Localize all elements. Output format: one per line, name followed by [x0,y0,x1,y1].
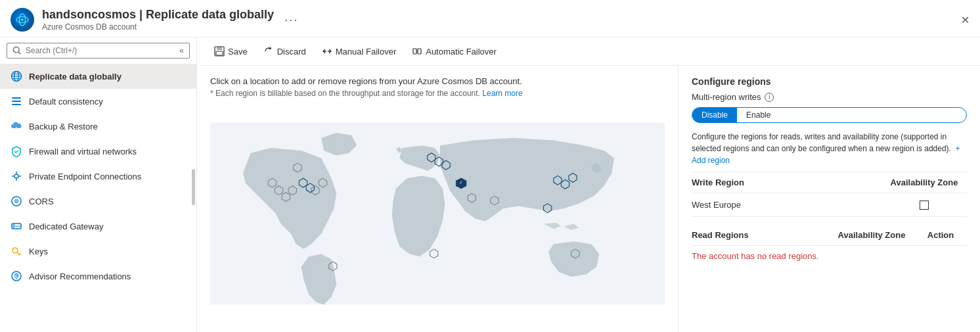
endpoint-icon [11,170,22,182]
svg-rect-12 [12,101,21,102]
sidebar-item-consistency[interactable]: Default consistency [0,89,196,114]
header-title-group: handsoncosmos | Replicate data globally … [42,8,274,32]
more-options-icon[interactable]: ··· [284,13,298,27]
scrollbar-thumb[interactable] [192,169,195,205]
multi-write-label: Multi-region writes [692,92,761,102]
collapse-icon[interactable]: « [179,46,184,55]
sidebar-item-keys-label: Keys [29,247,48,256]
az-checkbox-cell [881,201,967,210]
svg-point-3 [21,18,24,21]
write-region-column-header: Write Region [692,178,881,187]
app-logo [11,8,34,32]
svg-rect-11 [12,97,21,99]
write-regions-table: Write Region Availability Zone West Euro… [692,172,967,217]
automatic-failover-icon [412,46,422,57]
disable-toggle-button[interactable]: Disable [692,108,737,122]
sidebar-item-cors[interactable]: CORS [0,189,196,214]
map-note: * Each region is billable based on the t… [210,89,665,98]
read-az-column-header: Availability Zone [829,230,914,240]
multi-write-row: Multi-region writes i [692,92,967,102]
svg-point-14 [14,174,18,178]
svg-text:✓: ✓ [459,180,463,185]
availability-zone-column-header: Availability Zone [881,178,967,187]
sidebar-item-replicate[interactable]: Replicate data globally [0,64,196,89]
manual-failover-icon [322,46,332,57]
cloud-icon [11,120,22,132]
enable-toggle-button[interactable]: Enable [737,108,780,122]
search-input[interactable] [26,46,175,55]
no-read-regions-text: The account has no read regions. [692,246,967,266]
svg-point-4 [13,47,19,53]
sidebar-item-cors-label: CORS [29,197,54,206]
sidebar-item-gateway[interactable]: Dedicated Gateway [0,214,196,239]
info-icon[interactable]: i [765,93,774,102]
svg-point-25 [14,273,19,279]
svg-point-20 [13,227,14,228]
list-icon [11,95,22,107]
right-panel: Configure regions Multi-region writes i … [678,66,980,332]
discard-icon [263,46,274,57]
automatic-failover-button[interactable]: Automatic Failover [405,43,503,60]
save-button[interactable]: Save [208,43,254,60]
manual-failover-button[interactable]: Manual Failover [315,43,403,60]
sidebar-item-backup-label: Backup & Restore [29,122,98,131]
action-column-header: Action [914,230,967,240]
search-bar[interactable]: « [7,43,190,59]
advisor-icon [11,270,22,282]
svg-rect-29 [216,51,223,55]
config-description: Configure the regions for reads, writes … [692,131,967,166]
world-map: ✓ [210,106,665,321]
sidebar-item-replicate-label: Replicate data globally [29,72,122,82]
globe-icon [11,70,22,82]
write-regions-header: Write Region Availability Zone [692,172,967,193]
save-icon [214,46,225,57]
read-regions-column-header: Read Regions [692,230,829,240]
content-area: Save Discard Manual Failover [197,37,980,332]
map-description: Click on a location to add or remove reg… [210,76,665,86]
world-map-container[interactable]: ✓ [210,106,665,321]
page-subtitle: Azure Cosmos DB account [42,22,274,32]
map-area: Click on a location to add or remove reg… [197,66,678,332]
main-layout: « Replicate data globally [0,37,980,332]
gateway-icon [11,220,22,232]
content-body: Click on a location to add or remove reg… [197,66,980,332]
cors-icon [11,195,22,207]
close-icon[interactable]: ✕ [961,14,969,26]
multi-write-toggle[interactable]: Disable Enable [692,107,967,123]
sidebar-item-gateway-label: Dedicated Gateway [29,222,103,231]
key-icon [11,245,22,257]
table-row: West Europe [692,193,967,217]
svg-point-19 [13,224,14,225]
discard-button[interactable]: Discard [257,43,313,60]
sidebar-item-private-label: Private Endpoint Connections [29,172,141,181]
svg-rect-28 [217,47,222,50]
sidebar: « Replicate data globally [0,37,197,332]
sidebar-item-consistency-label: Default consistency [29,97,103,107]
sidebar-item-advisor[interactable]: Advisor Recommendations [0,264,196,289]
svg-rect-30 [413,49,416,54]
svg-rect-32 [418,49,421,54]
svg-point-21 [12,248,18,253]
svg-point-16 [14,199,19,204]
sidebar-item-private[interactable]: Private Endpoint Connections [0,164,196,189]
sidebar-item-advisor-label: Advisor Recommendations [29,272,131,281]
search-icon [12,46,22,55]
az-checkbox[interactable] [920,201,929,210]
sidebar-item-keys[interactable]: Keys [0,239,196,264]
page-title: handsoncosmos | Replicate data globally [42,8,274,22]
learn-more-link[interactable]: Learn more [482,89,522,98]
read-regions-header-row: Read Regions Availability Zone Action [692,225,967,246]
svg-point-26 [16,278,17,279]
shield-icon [11,145,22,157]
header: handsoncosmos | Replicate data globally … [0,0,980,37]
sidebar-item-backup[interactable]: Backup & Restore [0,114,196,139]
sidebar-item-firewall[interactable]: Firewall and virtual networks [0,139,196,164]
svg-line-5 [18,52,20,54]
toolbar: Save Discard Manual Failover [197,37,980,66]
west-europe-label: West Europe [692,200,881,210]
sidebar-item-firewall-label: Firewall and virtual networks [29,147,137,156]
config-title: Configure regions [692,76,967,87]
svg-rect-13 [12,104,21,105]
